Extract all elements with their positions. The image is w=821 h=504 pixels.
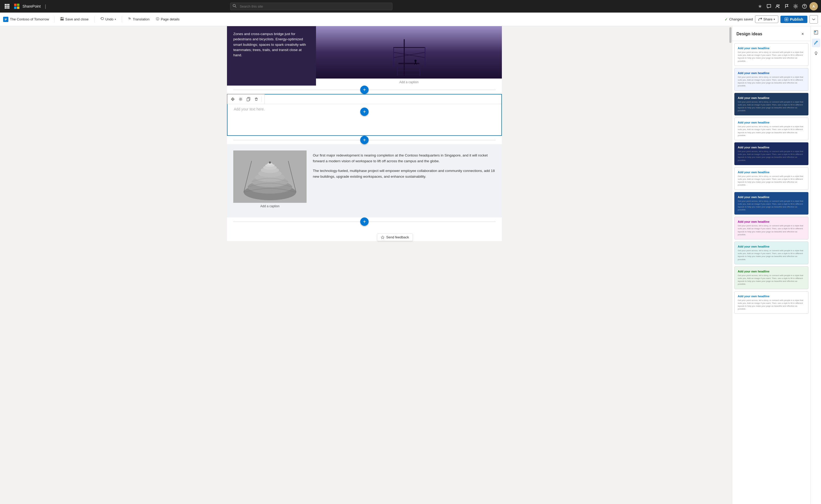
editor-scrollbar[interactable] bbox=[729, 26, 732, 504]
sidebar-lightbulb-button[interactable] bbox=[812, 49, 820, 58]
page-brand: The Contoso of Tomorrow bbox=[3, 17, 49, 22]
nav-divider: | bbox=[45, 4, 46, 9]
add-section-row-top: + bbox=[227, 86, 502, 94]
add-section-button-bottom[interactable]: + bbox=[360, 217, 368, 226]
editor-section-toolbar bbox=[227, 94, 265, 104]
idea-headline-11: Add your own headline bbox=[738, 295, 805, 298]
svg-rect-9 bbox=[14, 4, 16, 6]
idea-text-8: Get your point across, tell a story, or … bbox=[738, 224, 805, 236]
delete-section-icon[interactable] bbox=[253, 96, 260, 103]
user-avatar[interactable]: A bbox=[809, 2, 818, 10]
save-icon bbox=[60, 17, 64, 21]
idea-card-6[interactable]: Add your own headline Get your point acr… bbox=[734, 167, 808, 190]
copilot-button[interactable] bbox=[756, 2, 764, 10]
copy-section-icon[interactable] bbox=[245, 96, 252, 103]
idea-card-4[interactable]: Add your own headline Get your point acr… bbox=[734, 117, 808, 140]
dark-section: Zones and cross-campus bridge just for p… bbox=[227, 26, 502, 86]
idea-card-8[interactable]: Add your own headline Get your point acr… bbox=[734, 217, 808, 239]
svg-rect-12 bbox=[17, 7, 19, 9]
sidebar-theme-button[interactable] bbox=[812, 28, 820, 37]
page-details-icon bbox=[156, 17, 159, 21]
share-caret-icon: ▾ bbox=[774, 18, 775, 21]
design-ideas-panel: Design ideas × Add your own headline Get… bbox=[732, 26, 811, 504]
svg-point-46 bbox=[240, 99, 241, 100]
top-navigation: SharePoint | bbox=[0, 0, 821, 13]
svg-rect-21 bbox=[5, 19, 7, 19]
svg-rect-32 bbox=[393, 47, 425, 48]
idea-headline-8: Add your own headline bbox=[738, 220, 805, 223]
editor-toolbar: The Contoso of Tomorrow Save and close U… bbox=[0, 13, 821, 26]
idea-card-3[interactable]: Add your own headline Get your point acr… bbox=[734, 93, 808, 116]
move-icon[interactable] bbox=[229, 96, 236, 103]
search-input[interactable] bbox=[230, 3, 392, 10]
svg-rect-33 bbox=[393, 47, 394, 68]
add-section-button-top[interactable]: + bbox=[360, 86, 368, 94]
collapse-button[interactable] bbox=[809, 15, 818, 24]
idea-card-5[interactable]: Add your own headline Get your point acr… bbox=[734, 142, 808, 165]
help-button[interactable] bbox=[801, 2, 808, 10]
people-button[interactable] bbox=[774, 2, 782, 10]
undo-button[interactable]: Undo ▾ bbox=[98, 16, 119, 23]
svg-rect-3 bbox=[5, 6, 6, 7]
idea-card-10[interactable]: Add your own headline Get your point acr… bbox=[734, 266, 808, 289]
svg-rect-64 bbox=[815, 31, 816, 32]
add-section-button-middle[interactable]: + bbox=[360, 136, 368, 144]
idea-card-7[interactable]: Add your own headline Get your point acr… bbox=[734, 192, 808, 215]
app-name: SharePoint bbox=[23, 4, 41, 8]
image-section-left: Add a caption bbox=[233, 150, 306, 211]
publish-button[interactable]: Publish bbox=[780, 16, 807, 23]
page-details-button[interactable]: Page details bbox=[153, 16, 182, 23]
save-close-button[interactable]: Save and close bbox=[58, 16, 91, 23]
idea-headline-1: Add your own headline bbox=[738, 47, 805, 50]
idea-text-10: Get your point across, tell a story, or … bbox=[738, 274, 805, 286]
spiral-image bbox=[233, 150, 306, 203]
settings-section-icon[interactable] bbox=[237, 96, 244, 103]
svg-rect-7 bbox=[7, 7, 8, 9]
page-details-label: Page details bbox=[161, 17, 180, 21]
chat-button[interactable] bbox=[765, 2, 773, 10]
add-inner-button[interactable]: + bbox=[360, 108, 368, 116]
svg-rect-8 bbox=[8, 7, 9, 9]
svg-rect-5 bbox=[8, 6, 9, 7]
idea-card-2[interactable]: Add your own headline Get your point acr… bbox=[734, 68, 808, 91]
publish-label: Publish bbox=[790, 17, 803, 21]
settings-button[interactable] bbox=[792, 2, 800, 10]
sidebar-design-button[interactable] bbox=[812, 39, 820, 47]
svg-point-38 bbox=[415, 60, 417, 62]
nav-right-icons: A bbox=[756, 2, 818, 10]
changes-saved-label: Changes saved bbox=[729, 17, 753, 21]
waffle-menu-button[interactable] bbox=[3, 2, 11, 10]
text-editor-section[interactable]: Add your text here. + bbox=[227, 94, 502, 136]
send-feedback-button[interactable]: Send feedback bbox=[377, 233, 413, 241]
idea-text-5: Get your point across, tell a story, or … bbox=[738, 150, 805, 162]
image-caption-2[interactable]: Add a caption bbox=[233, 203, 306, 210]
toolbar-inline-divider bbox=[261, 97, 262, 102]
flag-button[interactable] bbox=[783, 2, 791, 10]
svg-rect-23 bbox=[5, 20, 6, 20]
svg-rect-43 bbox=[420, 65, 420, 76]
check-icon: ✓ bbox=[725, 17, 728, 21]
svg-point-19 bbox=[804, 7, 805, 8]
light-section: Add a caption Our first major redevelopm… bbox=[227, 144, 502, 217]
design-ideas-close-button[interactable]: × bbox=[799, 30, 806, 38]
scrollbar-thumb[interactable] bbox=[729, 27, 732, 43]
svg-rect-66 bbox=[815, 33, 816, 34]
svg-rect-42 bbox=[397, 65, 398, 76]
design-ideas-list: Add your own headline Get your point acr… bbox=[732, 41, 811, 504]
placeholder-text: Add your text here. bbox=[234, 107, 265, 111]
image-caption-1[interactable]: Add a caption bbox=[316, 79, 502, 86]
page-content: Zones and cross-campus bridge just for p… bbox=[227, 26, 502, 241]
svg-rect-48 bbox=[247, 98, 249, 101]
svg-rect-2 bbox=[8, 4, 9, 5]
idea-card-1[interactable]: Add your own headline Get your point acr… bbox=[734, 43, 808, 66]
undo-icon bbox=[100, 17, 104, 21]
idea-card-11[interactable]: Add your own headline Get your point acr… bbox=[734, 291, 808, 314]
svg-rect-10 bbox=[17, 4, 19, 6]
idea-card-9[interactable]: Add your own headline Get your point acr… bbox=[734, 242, 808, 264]
editor-area[interactable]: Zones and cross-campus bridge just for p… bbox=[0, 26, 729, 504]
svg-rect-22 bbox=[5, 19, 7, 20]
idea-text-1: Get your point across, tell a story, or … bbox=[738, 51, 805, 63]
share-button[interactable]: Share ▾ bbox=[755, 15, 779, 23]
page-title: The Contoso of Tomorrow bbox=[10, 17, 49, 21]
translation-button[interactable]: Translation bbox=[125, 16, 152, 23]
